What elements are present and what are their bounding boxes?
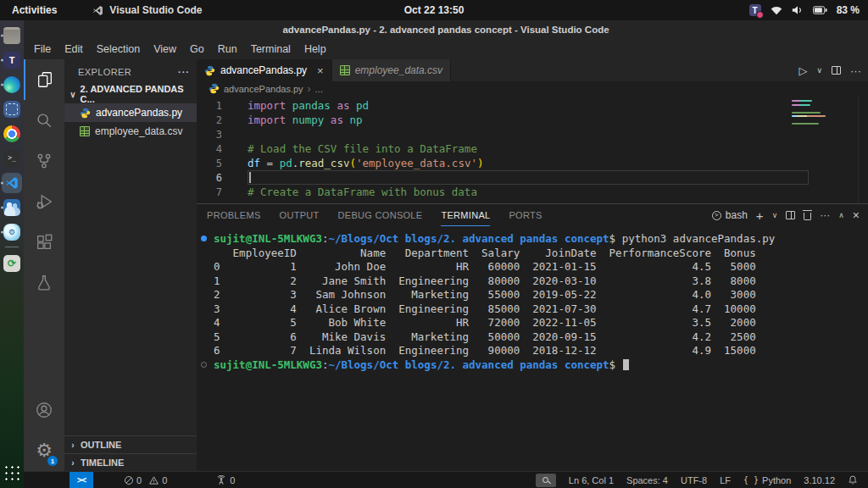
file-item-advancePandas.py[interactable]: advancePandas.py [64, 103, 197, 122]
ports-status[interactable]: 0 [216, 475, 235, 485]
search-icon[interactable] [24, 100, 64, 141]
python-version-status[interactable]: 3.10.12 [804, 475, 835, 485]
python-file-icon [80, 108, 91, 119]
panel-tab-debug-console[interactable]: DEBUG CONSOLE [338, 204, 423, 226]
panel-tab-problems[interactable]: PROBLEMS [207, 204, 261, 226]
workspace-section-header[interactable]: ∨ 2. ADVANCED PANDAS C... [64, 85, 197, 103]
remote-indicator[interactable]: >< [70, 472, 93, 488]
code-editor[interactable]: 1import pandas as pd2import numpy as np3… [197, 96, 868, 203]
indentation-status[interactable]: Spaces: 4 [626, 475, 668, 485]
menu-file[interactable]: File [27, 43, 58, 55]
dock-item-show-apps[interactable] [0, 461, 24, 485]
extensions-icon[interactable] [24, 222, 64, 263]
dock-item-screenshot[interactable] [0, 97, 24, 121]
dock-item-terminal-app[interactable]: >_ [0, 146, 24, 170]
language-mode-status[interactable]: { } Python [743, 475, 791, 485]
menu-run[interactable]: Run [211, 43, 244, 55]
menu-view[interactable]: View [147, 43, 183, 55]
minimap[interactable] [792, 100, 843, 127]
terminal-output-line: 4 5 Bob White HR 72000 2022-11-05 3.5 20… [197, 316, 868, 330]
line-number: 5 [197, 158, 234, 169]
new-terminal-icon[interactable]: + [756, 208, 764, 223]
zoom-status-icon[interactable] [536, 474, 556, 487]
running-indicator-dot [1, 34, 3, 36]
volume-icon[interactable] [792, 5, 804, 15]
line-number: 6 [197, 172, 234, 184]
activities-button[interactable]: Activities [12, 4, 57, 16]
warning-icon [148, 475, 159, 485]
close-panel-icon[interactable]: × [853, 208, 860, 222]
line-number: 7 [197, 186, 234, 198]
cursor-position-status[interactable]: Ln 6, Col 1 [569, 475, 614, 485]
panel-more-actions-icon[interactable]: ··· [820, 209, 830, 221]
problems-status[interactable]: 0 0 [124, 475, 167, 485]
menu-terminal[interactable]: Terminal [244, 43, 298, 55]
bottom-panel: PROBLEMSOUTPUTDEBUG CONSOLETERMINALPORTS… [197, 203, 868, 471]
explorer-title: EXPLORER [78, 67, 131, 77]
panel-tab-bar: PROBLEMSOUTPUTDEBUG CONSOLETERMINALPORTS… [197, 204, 868, 226]
panel-tab-terminal[interactable]: TERMINAL [441, 204, 490, 226]
encoding-status[interactable]: UTF-8 [681, 475, 707, 485]
status-bar: >< 0 0 0 Ln 6, Col 1 Spaces: 4 UTF-8 LF … [24, 471, 868, 488]
terminal[interactable]: sujit@INL-5MLKWG3:~/Blogs/Oct blogs/2. a… [197, 226, 868, 471]
settings-gear-icon[interactable]: ⚙ 1 [24, 430, 64, 471]
editor-scrollbar[interactable] [858, 96, 868, 203]
command-decoration-pending[interactable] [201, 362, 207, 368]
file-item-employee_data.csv[interactable]: employee_data.csv [64, 122, 197, 141]
run-dropdown-icon[interactable]: ∨ [816, 66, 822, 75]
dock-item-cloud[interactable]: ⚙ [0, 219, 24, 244]
line-content: # Create a DataFrame with bonus data [248, 185, 868, 199]
explorer-more-icon[interactable]: ··· [178, 67, 190, 77]
editor-more-actions-icon[interactable]: ··· [850, 64, 861, 77]
run-python-file-button[interactable]: ▷ [798, 64, 807, 77]
dock-item-teams[interactable]: T [0, 47, 24, 72]
dock-item-users[interactable] [0, 195, 24, 219]
wifi-icon[interactable] [771, 6, 782, 15]
line-content: df = pd.read_csv('employee_data.csv') [248, 156, 868, 170]
clock[interactable]: Oct 22 13:50 [404, 4, 465, 16]
account-icon[interactable] [24, 390, 64, 430]
battery-icon[interactable] [813, 6, 827, 14]
menu-help[interactable]: Help [298, 43, 333, 55]
menu-selection[interactable]: Selection [90, 43, 147, 55]
dock-item-updater[interactable]: ⟳ [0, 251, 24, 275]
dock-item-chrome[interactable] [0, 121, 24, 146]
run-debug-icon[interactable] [24, 181, 64, 222]
outline-pane-header[interactable]: › OUTLINE [64, 435, 197, 453]
split-terminal-icon[interactable] [786, 211, 795, 219]
code-line-4: 4# Load the CSV file into a DataFrame [197, 141, 868, 156]
dock-item-edge[interactable] [0, 72, 24, 97]
command-decoration-success[interactable] [201, 236, 207, 241]
explorer-icon[interactable] [24, 59, 64, 100]
panel-tab-output[interactable]: OUTPUT [280, 204, 320, 226]
teams-tray-icon[interactable]: T [749, 4, 761, 16]
menu-go[interactable]: Go [183, 43, 211, 55]
eol-status[interactable]: LF [720, 475, 731, 485]
tab-employee-data[interactable]: employee_data.csv [332, 59, 451, 81]
focused-app-indicator[interactable]: Visual Studio Code [92, 4, 202, 16]
cloud-icon: ⚙ [3, 224, 20, 241]
line-content: # Load the CSV file into a DataFrame [248, 141, 868, 156]
tab-advancepandas[interactable]: advancePandas.py × [197, 59, 332, 81]
dock-separator [5, 247, 19, 247]
split-editor-icon[interactable] [832, 66, 841, 75]
panel-tab-ports[interactable]: PORTS [509, 204, 542, 226]
terminal-dropdown-icon[interactable]: ∨ [772, 211, 778, 219]
source-control-icon[interactable] [24, 141, 64, 181]
terminal-app-icon: >_ [3, 150, 20, 167]
breadcrumb-rest[interactable]: ... [315, 84, 323, 94]
testing-icon[interactable] [24, 263, 64, 303]
close-tab-icon[interactable]: × [317, 64, 324, 77]
dock-item-vscode[interactable] [0, 170, 24, 195]
shell-selector[interactable]: > bash [712, 209, 748, 221]
kill-terminal-icon[interactable] [804, 213, 811, 220]
window-titlebar[interactable]: advancePandas.py - 2. advanced pandas co… [24, 20, 868, 39]
dock-item-files[interactable] [0, 23, 24, 47]
maximize-panel-icon[interactable]: ∧ [838, 211, 844, 219]
breadcrumb[interactable]: advancePandas.py › ... [197, 81, 868, 96]
timeline-pane-header[interactable]: › TIMELINE [64, 453, 197, 471]
breadcrumb-file[interactable]: advancePandas.py [224, 84, 303, 94]
notifications-bell-icon[interactable] [848, 474, 858, 485]
menu-edit[interactable]: Edit [58, 43, 90, 55]
braces-icon: { } [743, 475, 759, 485]
